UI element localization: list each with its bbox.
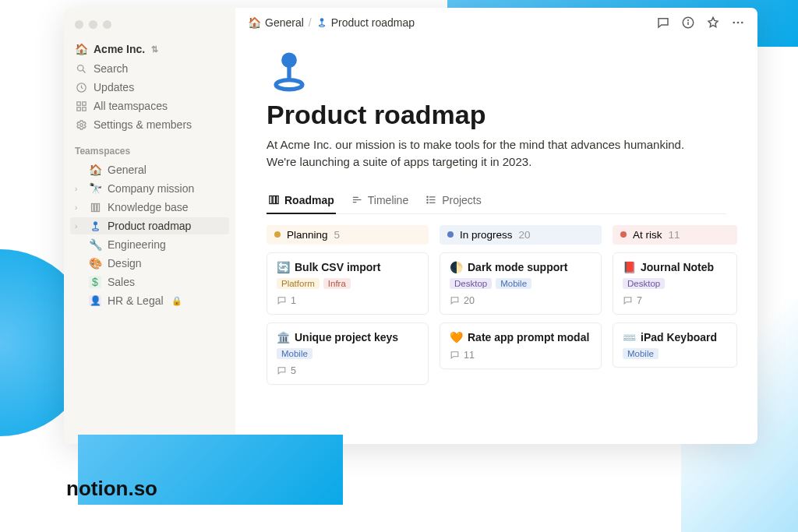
tab-label: Projects bbox=[442, 194, 482, 206]
card-comments: 20 bbox=[450, 295, 591, 306]
sidebar-item-product-roadmap[interactable]: › Product roadmap bbox=[70, 217, 229, 234]
search-icon bbox=[75, 63, 87, 75]
page-description[interactable]: At Acme Inc. our mission is to make tool… bbox=[267, 136, 687, 171]
house-icon: 🏠 bbox=[248, 16, 261, 29]
breadcrumb-current[interactable]: Product roadmap bbox=[316, 16, 415, 29]
comment-icon bbox=[623, 295, 633, 305]
card-title: iPad Keyboard bbox=[641, 331, 717, 344]
column-header[interactable]: Planning 5 bbox=[267, 225, 429, 245]
comment-count: 7 bbox=[637, 295, 642, 306]
svg-rect-27 bbox=[273, 196, 275, 204]
tag-mobile: Mobile bbox=[623, 348, 659, 359]
svg-rect-28 bbox=[277, 196, 279, 204]
comments-icon[interactable] bbox=[656, 16, 670, 30]
board-card[interactable]: ⌨️ iPad Keyboard Mobile bbox=[613, 322, 737, 368]
nav-label: Search bbox=[94, 62, 128, 75]
traffic-dot bbox=[89, 20, 97, 29]
tag-infra: Infra bbox=[323, 278, 351, 289]
star-icon[interactable] bbox=[706, 16, 720, 30]
sidebar-item-label: General bbox=[108, 164, 147, 176]
board-card[interactable]: 🏛️ Unique project keys Mobile 5 bbox=[267, 322, 429, 385]
board-card[interactable]: 🔄 Bulk CSV import Platform Infra 1 bbox=[267, 252, 429, 315]
tab-timeline[interactable]: Timeline bbox=[350, 189, 410, 214]
svg-line-1 bbox=[83, 70, 85, 72]
nav-updates[interactable]: Updates bbox=[70, 79, 229, 96]
binoculars-icon: 🔭 bbox=[89, 182, 101, 195]
palette-icon: 🎨 bbox=[89, 257, 101, 270]
card-comments: 1 bbox=[277, 295, 418, 306]
grid-icon bbox=[75, 100, 87, 112]
chevron-right-icon: › bbox=[75, 185, 83, 193]
wrench-icon: 🔧 bbox=[89, 238, 101, 251]
column-name: At risk bbox=[633, 229, 662, 241]
breadcrumb-label: Product roadmap bbox=[331, 16, 415, 29]
sidebar: 🏠 Acme Inc. ⇅ Search Updates All teamspa… bbox=[64, 8, 235, 444]
window-controls bbox=[70, 17, 229, 38]
timeline-icon bbox=[351, 194, 363, 206]
svg-point-11 bbox=[94, 221, 97, 224]
main: 🏠 General / Product roadmap bbox=[235, 8, 757, 444]
svg-point-37 bbox=[427, 203, 428, 203]
card-icon: ⌨️ bbox=[623, 331, 636, 344]
card-title: Bulk CSV import bbox=[295, 261, 380, 273]
tag-desktop: Desktop bbox=[450, 278, 492, 289]
tab-label: Roadmap bbox=[284, 194, 334, 206]
column-header[interactable]: In progress 20 bbox=[440, 225, 602, 245]
sidebar-item-label: Engineering bbox=[108, 238, 166, 251]
tag-mobile: Mobile bbox=[496, 278, 531, 289]
comment-count: 1 bbox=[291, 295, 296, 306]
info-icon[interactable] bbox=[681, 16, 695, 30]
comment-count: 11 bbox=[464, 350, 475, 361]
tab-roadmap[interactable]: Roadmap bbox=[267, 189, 336, 214]
sidebar-item-sales[interactable]: $ Sales bbox=[70, 273, 229, 291]
sidebar-item-label: Company mission bbox=[108, 182, 194, 195]
page-icon[interactable] bbox=[267, 50, 726, 95]
svg-point-13 bbox=[92, 228, 98, 231]
card-title: Unique project keys bbox=[295, 331, 398, 344]
tag-desktop: Desktop bbox=[623, 278, 665, 289]
pin-icon bbox=[316, 17, 327, 28]
chevron-right-icon: › bbox=[75, 222, 83, 231]
card-comments: 11 bbox=[450, 350, 591, 361]
page-content: Product roadmap At Acme Inc. our mission… bbox=[235, 37, 757, 444]
svg-point-7 bbox=[79, 123, 83, 126]
sidebar-item-engineering[interactable]: 🔧 Engineering bbox=[70, 236, 229, 253]
board-card[interactable]: 📕 Journal Noteb Desktop 7 bbox=[613, 252, 737, 315]
svg-rect-5 bbox=[76, 107, 79, 110]
house-icon: 🏠 bbox=[75, 43, 87, 55]
nav-search[interactable]: Search bbox=[70, 60, 229, 77]
card-title: Rate app prompt modal bbox=[468, 331, 589, 344]
comment-count: 20 bbox=[464, 295, 475, 306]
board-column-in-progress: In progress 20 🌓 Dark mode support Deskt… bbox=[440, 225, 602, 385]
sidebar-item-general[interactable]: 🏠 General bbox=[70, 161, 229, 178]
board-column-planning: Planning 5 🔄 Bulk CSV import Platform In… bbox=[267, 225, 429, 385]
breadcrumb-parent[interactable]: 🏠 General bbox=[248, 16, 304, 29]
person-icon: 👤 bbox=[89, 295, 101, 306]
tag-platform: Platform bbox=[277, 278, 320, 289]
tab-projects[interactable]: Projects bbox=[424, 189, 483, 214]
list-icon bbox=[425, 194, 437, 206]
comment-icon bbox=[277, 295, 287, 305]
card-icon: 🏛️ bbox=[277, 331, 290, 344]
page-title[interactable]: Product roadmap bbox=[267, 100, 726, 130]
column-header[interactable]: At risk 11 bbox=[613, 225, 737, 245]
sidebar-item-hr-legal[interactable]: 👤 HR & Legal 🔒 bbox=[70, 292, 229, 309]
nav-all-teamspaces[interactable]: All teamspaces bbox=[70, 97, 229, 115]
sidebar-item-knowledge-base[interactable]: › Knowledge base bbox=[70, 199, 229, 216]
board-card[interactable]: 🧡 Rate app prompt modal 11 bbox=[440, 322, 602, 369]
nav-settings[interactable]: Settings & members bbox=[70, 116, 229, 133]
card-icon: 🌓 bbox=[450, 261, 463, 273]
more-icon[interactable] bbox=[731, 16, 745, 30]
card-comments: 5 bbox=[277, 365, 418, 376]
svg-rect-6 bbox=[82, 107, 85, 110]
column-name: Planning bbox=[287, 229, 328, 241]
gear-icon bbox=[75, 119, 87, 131]
sidebar-item-design[interactable]: 🎨 Design bbox=[70, 255, 229, 272]
kanban-board: Planning 5 🔄 Bulk CSV import Platform In… bbox=[267, 225, 726, 385]
column-name: In progress bbox=[460, 229, 513, 241]
svg-point-0 bbox=[77, 65, 83, 71]
board-card[interactable]: 🌓 Dark mode support Desktop Mobile 20 bbox=[440, 252, 602, 315]
workspace-switcher[interactable]: 🏠 Acme Inc. ⇅ bbox=[70, 40, 229, 58]
sidebar-item-company-mission[interactable]: › 🔭 Company mission bbox=[70, 180, 229, 197]
nav-label: Settings & members bbox=[94, 118, 192, 131]
